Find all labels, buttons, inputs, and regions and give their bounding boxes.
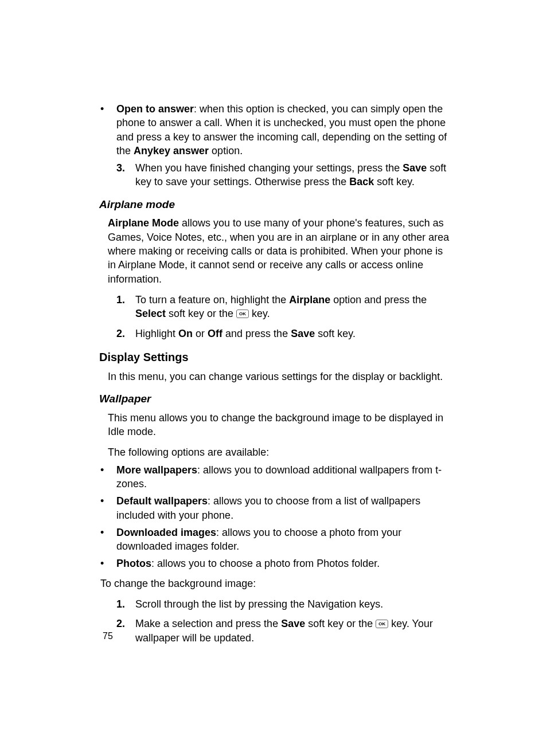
text: Highlight bbox=[135, 328, 178, 339]
term-airplane-mode: Airplane Mode bbox=[108, 217, 179, 229]
paragraph-wallpaper-desc: This menu allows you to change the backg… bbox=[108, 411, 450, 439]
paragraph-display: In this menu, you can change various set… bbox=[108, 370, 450, 383]
bullet-text: Default wallpapers: allows you to choose… bbox=[116, 494, 450, 522]
text: option. bbox=[209, 145, 243, 156]
paragraph-change-image: To change the background image: bbox=[100, 577, 450, 590]
text: When you have finished changing your set… bbox=[135, 162, 403, 174]
bullet-text: More wallpapers: allows you to download … bbox=[116, 463, 450, 491]
heading-wallpaper: Wallpaper bbox=[99, 391, 450, 406]
step-airplane-1: 1. To turn a feature on, highlight the A… bbox=[100, 293, 450, 321]
text: soft key or the bbox=[305, 618, 376, 629]
step-number: 2. bbox=[116, 327, 135, 340]
text: soft key or the bbox=[166, 308, 236, 319]
step-number: 1. bbox=[116, 293, 135, 321]
step-3: 3. When you have finished changing your … bbox=[100, 161, 450, 189]
bullet-open-to-answer: • Open to answer: when this option is ch… bbox=[100, 102, 450, 158]
key-save: Save bbox=[281, 618, 305, 629]
step-text: Make a selection and press the Save soft… bbox=[135, 617, 450, 645]
term-anykey-answer: Anykey answer bbox=[134, 145, 209, 156]
key-save: Save bbox=[403, 162, 427, 174]
term: Photos bbox=[116, 558, 151, 569]
key-back: Back bbox=[349, 176, 374, 187]
text: soft key. bbox=[315, 328, 355, 339]
step-number: 2. bbox=[116, 617, 135, 645]
text: key. bbox=[249, 308, 270, 319]
step-text: Highlight On or Off and press the Save s… bbox=[135, 327, 450, 340]
key-select: Select bbox=[135, 308, 166, 319]
step-wallpaper-1: 1. Scroll through the list by pressing t… bbox=[100, 597, 450, 611]
ok-key-icon: OK bbox=[376, 620, 388, 628]
page: • Open to answer: when this option is ch… bbox=[0, 0, 547, 756]
option-off: Off bbox=[208, 328, 222, 339]
step-number: 1. bbox=[116, 597, 135, 611]
term: Downloaded images bbox=[116, 527, 216, 538]
step-text: When you have finished changing your set… bbox=[135, 161, 450, 189]
heading-airplane-mode: Airplane mode bbox=[99, 197, 450, 212]
bullet-photos: • Photos: allows you to choose a photo f… bbox=[100, 557, 450, 570]
bullet-downloaded-images: • Downloaded images: allows you to choos… bbox=[100, 526, 450, 554]
bullet-marker: • bbox=[100, 494, 116, 522]
step-number: 3. bbox=[116, 161, 135, 189]
bullet-default-wallpapers: • Default wallpapers: allows you to choo… bbox=[100, 494, 450, 522]
ok-key-icon: OK bbox=[236, 310, 249, 318]
bullet-more-wallpapers: • More wallpapers: allows you to downloa… bbox=[100, 463, 450, 491]
option-airplane: Airplane bbox=[289, 294, 330, 305]
bullet-marker: • bbox=[100, 526, 116, 554]
term: Default wallpapers bbox=[116, 495, 208, 507]
term-open-to-answer: Open to answer bbox=[116, 103, 194, 115]
text: soft key. bbox=[374, 176, 415, 187]
bullet-text: Open to answer: when this option is chec… bbox=[116, 102, 450, 158]
option-on: On bbox=[178, 328, 193, 339]
bullet-marker: • bbox=[100, 463, 116, 491]
text: option and press the bbox=[330, 294, 427, 305]
key-save: Save bbox=[291, 328, 315, 339]
bullet-marker: • bbox=[100, 557, 116, 570]
heading-display-settings: Display Settings bbox=[99, 350, 450, 365]
text: : allows you to choose a photo from Phot… bbox=[151, 558, 380, 569]
text: and press the bbox=[222, 328, 291, 339]
text: or bbox=[193, 328, 208, 339]
step-wallpaper-2: 2. Make a selection and press the Save s… bbox=[100, 617, 450, 645]
bullet-text: Photos: allows you to choose a photo fro… bbox=[116, 557, 450, 570]
bullet-text: Downloaded images: allows you to choose … bbox=[116, 526, 450, 554]
paragraph-airplane: Airplane Mode allows you to use many of … bbox=[108, 216, 450, 285]
text: To turn a feature on, highlight the bbox=[135, 294, 289, 305]
bullet-marker: • bbox=[100, 102, 116, 158]
step-text: Scroll through the list by pressing the … bbox=[135, 597, 450, 611]
text: Make a selection and press the bbox=[135, 618, 281, 629]
paragraph-options-intro: The following options are available: bbox=[108, 445, 450, 459]
term: More wallpapers bbox=[116, 464, 197, 476]
step-airplane-2: 2. Highlight On or Off and press the Sav… bbox=[100, 327, 450, 340]
page-number: 75 bbox=[103, 630, 113, 643]
step-text: To turn a feature on, highlight the Airp… bbox=[135, 293, 450, 321]
